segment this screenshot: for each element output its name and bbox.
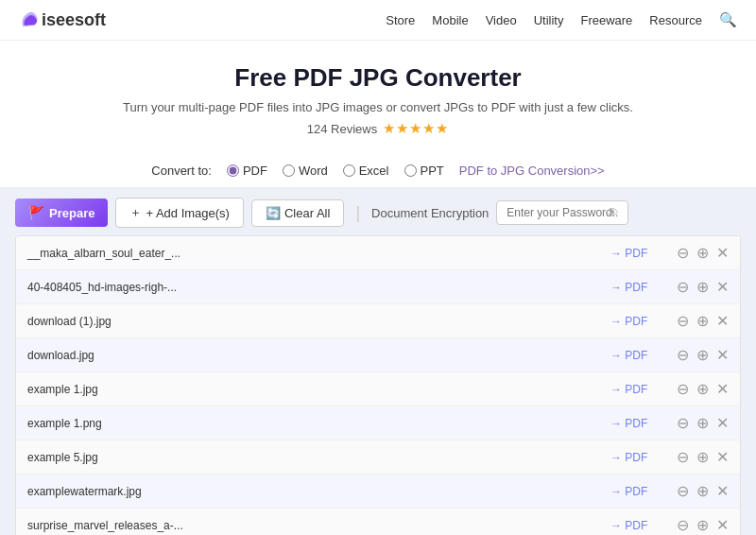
- file-list: __maka_albarn_soul_eater_... → PDF ⊖ ⊕ ✕…: [15, 235, 741, 535]
- nav-freeware[interactable]: Freeware: [580, 13, 632, 27]
- file-target: → PDF: [610, 281, 677, 294]
- add-images-button[interactable]: ＋ + Add Image(s): [115, 198, 244, 228]
- info-icon[interactable]: ⊕: [696, 482, 709, 500]
- file-target: → PDF: [610, 417, 677, 430]
- info-icon[interactable]: ⊕: [696, 312, 709, 330]
- settings-icon[interactable]: ⊖: [677, 278, 689, 296]
- arrow-icon: → PDF: [610, 247, 647, 260]
- file-target: → PDF: [610, 349, 677, 362]
- reviews: 124 Reviews ★★★★★: [19, 120, 737, 137]
- info-icon[interactable]: ⊕: [696, 278, 709, 296]
- file-name: example 5.jpg: [27, 451, 610, 464]
- header: iseesoft Store Mobile Video Utility Free…: [0, 0, 756, 41]
- table-row: surprise_marvel_releases_a-... → PDF ⊖ ⊕…: [16, 509, 740, 535]
- file-name: surprise_marvel_releases_a-...: [27, 519, 610, 532]
- file-name: example 1.png: [27, 417, 610, 430]
- info-icon[interactable]: ⊕: [696, 516, 709, 534]
- converter-area: 🚩 Prepare ＋ + Add Image(s) 🔄 Clear All |…: [0, 188, 756, 535]
- file-target: → PDF: [610, 485, 677, 498]
- row-actions: ⊖ ⊕ ✕: [677, 278, 729, 296]
- close-icon[interactable]: ✕: [716, 278, 729, 296]
- close-icon[interactable]: ✕: [716, 516, 729, 534]
- close-icon[interactable]: ✕: [716, 482, 729, 500]
- arrow-icon: → PDF: [610, 349, 647, 362]
- info-icon[interactable]: ⊕: [696, 448, 709, 466]
- settings-icon[interactable]: ⊖: [677, 414, 689, 432]
- row-actions: ⊖ ⊕ ✕: [677, 448, 729, 466]
- row-actions: ⊖ ⊕ ✕: [677, 516, 729, 534]
- row-actions: ⊖ ⊕ ✕: [677, 380, 729, 398]
- convert-label: Convert to:: [151, 164, 212, 178]
- nav-resource[interactable]: Resource: [649, 13, 702, 27]
- close-icon[interactable]: ✕: [716, 346, 729, 364]
- arrow-icon: → PDF: [610, 451, 647, 464]
- toolbar: 🚩 Prepare ＋ + Add Image(s) 🔄 Clear All |…: [15, 198, 741, 228]
- file-name: 40-408405_hd-images-righ-...: [27, 281, 610, 294]
- settings-icon[interactable]: ⊖: [677, 244, 689, 262]
- eye-icon[interactable]: 👁: [606, 205, 619, 220]
- search-icon[interactable]: 🔍: [719, 11, 737, 28]
- password-wrapper: 👁: [496, 200, 619, 225]
- row-actions: ⊖ ⊕ ✕: [677, 244, 729, 262]
- nav-video[interactable]: Video: [486, 13, 517, 27]
- settings-icon[interactable]: ⊖: [677, 312, 689, 330]
- close-icon[interactable]: ✕: [716, 414, 729, 432]
- arrow-icon: → PDF: [610, 485, 647, 498]
- info-icon[interactable]: ⊕: [696, 346, 709, 364]
- row-actions: ⊖ ⊕ ✕: [677, 312, 729, 330]
- nav-utility[interactable]: Utility: [534, 13, 564, 27]
- logo: iseesoft: [19, 9, 106, 30]
- file-name: example 1.jpg: [27, 383, 610, 396]
- option-word[interactable]: Word: [283, 164, 328, 178]
- table-row: download (1).jpg → PDF ⊖ ⊕ ✕: [16, 304, 740, 338]
- refresh-icon: 🔄: [266, 206, 281, 220]
- option-ppt[interactable]: PPT: [404, 164, 444, 178]
- prepare-button[interactable]: 🚩 Prepare: [15, 198, 108, 227]
- row-actions: ⊖ ⊕ ✕: [677, 414, 729, 432]
- arrow-icon: → PDF: [610, 519, 647, 532]
- info-icon[interactable]: ⊕: [696, 380, 709, 398]
- file-name: examplewatermark.jpg: [27, 485, 610, 498]
- arrow-icon: → PDF: [610, 315, 647, 328]
- page-title: Free PDF JPG Converter: [19, 63, 737, 93]
- table-row: download.jpg → PDF ⊖ ⊕ ✕: [16, 338, 740, 372]
- file-target: → PDF: [610, 519, 677, 532]
- doc-encryption-label: Document Encryption: [371, 206, 489, 220]
- pdf-to-jpg-link[interactable]: PDF to JPG Conversion>>: [459, 164, 605, 178]
- file-name: download (1).jpg: [27, 315, 610, 328]
- info-icon[interactable]: ⊕: [696, 414, 709, 432]
- logo-icon: [19, 9, 40, 30]
- file-target: → PDF: [610, 247, 677, 260]
- file-target: → PDF: [610, 315, 677, 328]
- table-row: example 5.jpg → PDF ⊖ ⊕ ✕: [16, 440, 740, 475]
- file-name: __maka_albarn_soul_eater_...: [27, 247, 610, 260]
- info-icon[interactable]: ⊕: [696, 244, 709, 262]
- close-icon[interactable]: ✕: [716, 380, 729, 398]
- close-icon[interactable]: ✕: [716, 312, 729, 330]
- table-row: __maka_albarn_soul_eater_... → PDF ⊖ ⊕ ✕: [16, 236, 740, 270]
- nav-mobile[interactable]: Mobile: [432, 13, 468, 27]
- arrow-icon: → PDF: [610, 383, 647, 396]
- settings-icon[interactable]: ⊖: [677, 482, 689, 500]
- nav: Store Mobile Video Utility Freeware Reso…: [386, 11, 737, 28]
- option-excel[interactable]: Excel: [343, 164, 389, 178]
- table-row: example 1.jpg → PDF ⊖ ⊕ ✕: [16, 372, 740, 406]
- clear-all-button[interactable]: 🔄 Clear All: [251, 199, 344, 227]
- nav-store[interactable]: Store: [386, 13, 415, 27]
- reviews-count: 124 Reviews: [307, 122, 377, 136]
- toolbar-divider: |: [355, 203, 360, 223]
- file-target: → PDF: [610, 451, 677, 464]
- settings-icon[interactable]: ⊖: [677, 380, 689, 398]
- hero-section: Free PDF JPG Converter Turn your multi-p…: [0, 41, 756, 154]
- hero-subtitle: Turn your multi-page PDF files into JPG …: [19, 100, 737, 114]
- table-row: examplewatermark.jpg → PDF ⊖ ⊕ ✕: [16, 475, 740, 509]
- table-row: 40-408405_hd-images-righ-... → PDF ⊖ ⊕ ✕: [16, 270, 740, 304]
- close-icon[interactable]: ✕: [716, 448, 729, 466]
- settings-icon[interactable]: ⊖: [677, 346, 689, 364]
- close-icon[interactable]: ✕: [716, 244, 729, 262]
- option-pdf[interactable]: PDF: [227, 164, 267, 178]
- arrow-icon: → PDF: [610, 281, 647, 294]
- settings-icon[interactable]: ⊖: [677, 516, 689, 534]
- settings-icon[interactable]: ⊖: [677, 448, 689, 466]
- arrow-icon: → PDF: [610, 417, 647, 430]
